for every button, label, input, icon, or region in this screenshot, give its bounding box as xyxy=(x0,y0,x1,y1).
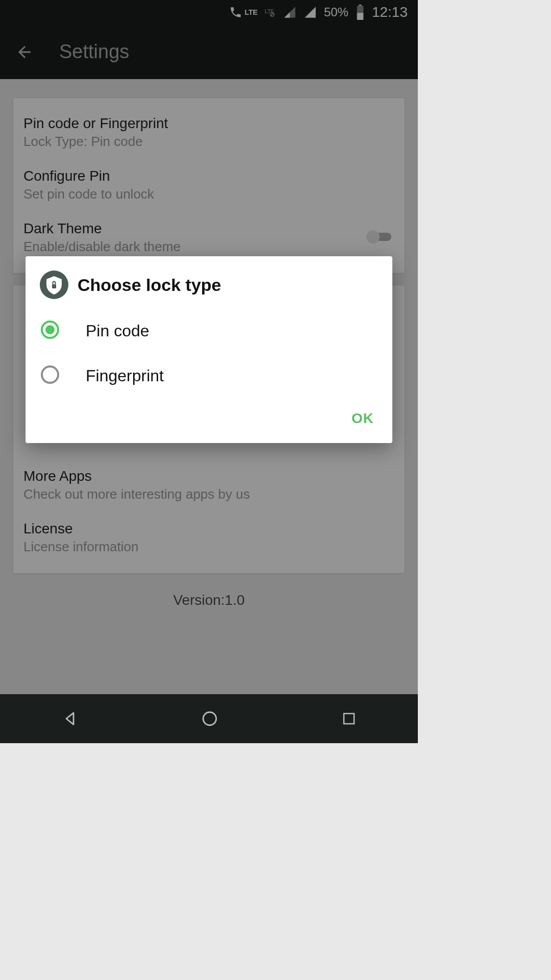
navigation-bar xyxy=(0,694,418,743)
radio-selected-icon xyxy=(40,320,60,342)
nav-back-button[interactable] xyxy=(61,710,79,727)
svg-rect-14 xyxy=(344,714,354,724)
svg-rect-9 xyxy=(52,284,56,288)
nav-recent-button[interactable] xyxy=(341,711,357,726)
ok-button[interactable]: OK xyxy=(352,410,374,427)
radio-unselected-icon xyxy=(40,364,60,387)
choose-lock-type-dialog: Choose lock type Pin code Fingerprint OK xyxy=(26,256,392,443)
svg-point-13 xyxy=(204,712,217,725)
dialog-title: Choose lock type xyxy=(78,275,221,295)
option-label: Pin code xyxy=(86,322,149,340)
svg-point-11 xyxy=(45,325,55,334)
nav-home-button[interactable] xyxy=(201,710,218,727)
option-pin-code[interactable]: Pin code xyxy=(26,308,392,353)
svg-point-12 xyxy=(42,366,58,383)
option-fingerprint[interactable]: Fingerprint xyxy=(26,353,392,398)
shield-lock-icon xyxy=(40,271,68,299)
option-label: Fingerprint xyxy=(86,366,164,385)
